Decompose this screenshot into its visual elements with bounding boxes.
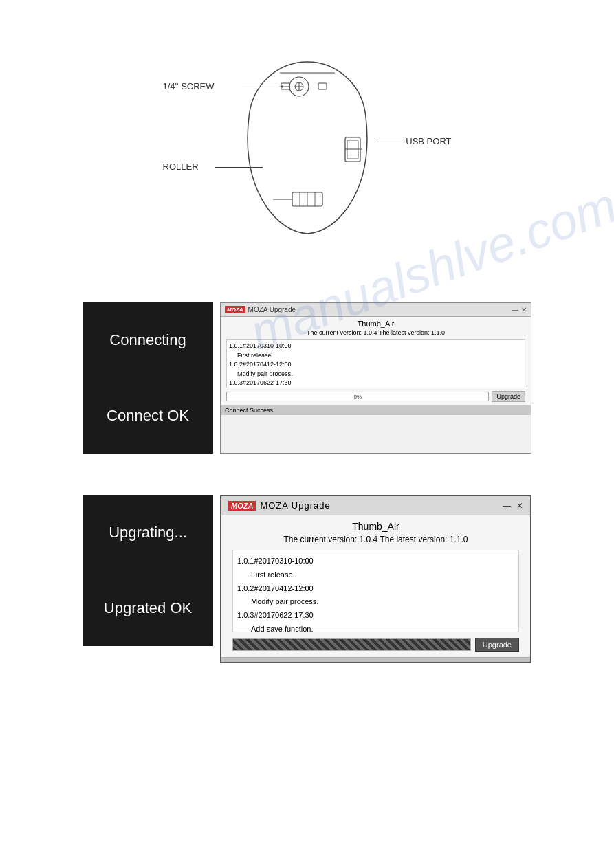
device-svg	[225, 48, 390, 257]
progress-row-small-1: 0% Upgrade	[226, 391, 525, 402]
usb-label: USB PORT	[406, 136, 451, 146]
title-large-2: MOZA Upgrade	[260, 500, 330, 511]
title-bar-large-2: MOZA MOZA Upgrade — ✕	[221, 496, 530, 515]
moza-logo-small-1: MOZA	[225, 306, 245, 313]
progress-label-small-1: 0%	[353, 394, 362, 400]
close-btn-large-2[interactable]: ✕	[516, 501, 523, 511]
title-bar-left-small-1: MOZA MOZA Upgrade	[225, 306, 296, 313]
changelog-line-2: First release.	[229, 351, 523, 361]
title-controls-small-1[interactable]: — ✕	[512, 306, 527, 313]
upgrade-row-2: Upgrating... Upgrated OK MOZA MOZA Upgra…	[83, 495, 531, 663]
moza-window-large-2: MOZA MOZA Upgrade — ✕ Thumb_Air The curr…	[220, 495, 531, 663]
upgrade-btn-small-1[interactable]: Upgrade	[492, 391, 525, 402]
title-bar-small-1: MOZA MOZA Upgrade — ✕	[221, 303, 531, 317]
changelog-box-small-1[interactable]: 1.0.1#20170310-10:00 First release. 1.0.…	[226, 339, 525, 388]
title-small-1: MOZA Upgrade	[248, 306, 296, 313]
changelog-l5: Modify pair process.	[237, 595, 514, 609]
title-bar-left-large-2: MOZA MOZA Upgrade	[228, 500, 331, 511]
upgrated-ok-box: Upgrated OK	[83, 570, 213, 646]
device-name-large-2: Thumb_Air	[232, 521, 519, 532]
status-bar-large-2	[221, 657, 530, 662]
moza-logo-large-2: MOZA	[228, 501, 256, 511]
title-controls-large-2[interactable]: — ✕	[503, 501, 523, 511]
connect-ok-box: Connect OK	[83, 378, 213, 454]
version-info-small-1: The current version: 1.0.4 The latest ve…	[226, 329, 525, 336]
connecting-box: Connecting	[83, 302, 213, 378]
changelog-box-large-2[interactable]: 1.0.1#20170310-10:00 First release. 1.0.…	[232, 550, 519, 632]
progress-bar-small-1: 0%	[226, 392, 489, 401]
device-name-small-1: Thumb_Air	[226, 320, 525, 328]
progress-row-large-2: Upgrade	[232, 638, 519, 652]
upgrating-label: Upgrating...	[102, 517, 194, 548]
upgrade-row-1: Connecting Connect OK MOZA MOZA Upgrade …	[83, 302, 531, 454]
minimize-btn-small-1[interactable]: —	[512, 306, 518, 313]
changelog-line-5: Modify pair process.	[229, 370, 523, 379]
changelog-l7: 1.0.3#20170622-17:30	[237, 609, 514, 623]
progress-bar-large-2	[232, 638, 471, 651]
device-diagram: 1/4'' SCREW USB PORT ROLLER	[163, 34, 452, 268]
svg-rect-6	[318, 83, 327, 89]
diagram-section: 1/4'' SCREW USB PORT ROLLER	[0, 0, 614, 289]
roller-label: ROLLER	[163, 162, 199, 172]
changelog-l8: Add save function.	[237, 623, 514, 632]
changelog-l1: 1.0.1#20170310-10:00	[237, 555, 514, 568]
connect-ok-label: Connect OK	[100, 400, 196, 432]
close-btn-small-1[interactable]: ✕	[521, 306, 527, 313]
upgrated-ok-label: Upgrated OK	[97, 592, 199, 624]
window-body-large-2: Thumb_Air The current version: 1.0.4 The…	[221, 515, 530, 657]
upgrade-btn-large-2[interactable]: Upgrade	[475, 638, 519, 652]
changelog-l4: 1.0.2#20170412-12:00	[237, 582, 514, 596]
version-info-large-2: The current version: 1.0.4 The latest ve…	[232, 535, 519, 544]
upgrating-box: Upgrating...	[83, 495, 213, 570]
window-body-small-1: Thumb_Air The current version: 1.0.4 The…	[221, 317, 531, 405]
changelog-line-4: 1.0.2#20170412-12:00	[229, 360, 523, 370]
changelog-line-7: 1.0.3#20170622-17:30	[229, 379, 523, 388]
minimize-btn-large-2[interactable]: —	[503, 501, 511, 511]
moza-window-small-1: MOZA MOZA Upgrade — ✕ Thumb_Air The curr…	[220, 302, 531, 454]
connecting-label: Connecting	[102, 324, 193, 356]
upgrade-sections-2: Upgrating... Upgrated OK MOZA MOZA Upgra…	[0, 488, 614, 698]
upgrade-sections-1: Connecting Connect OK MOZA MOZA Upgrade …	[0, 289, 614, 488]
status-bar-small-1: Connect Success.	[221, 405, 531, 415]
screw-label: 1/4'' SCREW	[163, 81, 215, 91]
changelog-l2: First release.	[237, 568, 514, 582]
changelog-line-8: Add save function.	[229, 388, 523, 389]
changelog-line-1: 1.0.1#20170310-10:00	[229, 342, 523, 351]
